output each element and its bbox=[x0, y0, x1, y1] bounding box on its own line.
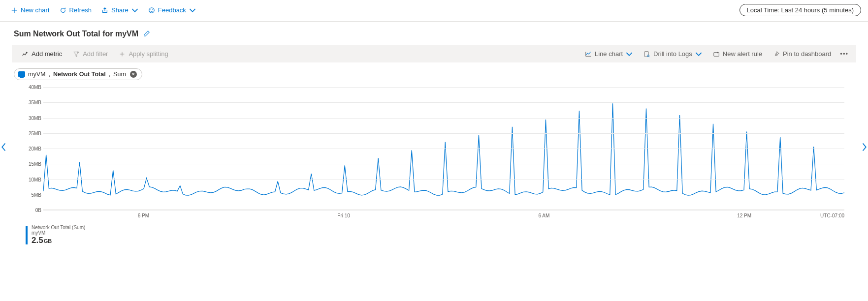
grid-line bbox=[43, 87, 844, 88]
pencil-icon bbox=[143, 30, 150, 37]
y-tick-label: 0B bbox=[35, 208, 41, 213]
refresh-icon bbox=[60, 7, 66, 14]
y-tick-label: 30MB bbox=[29, 115, 41, 120]
svg-point-1 bbox=[150, 9, 151, 10]
chart-type-label: Line chart bbox=[595, 50, 623, 58]
new-chart-button[interactable]: New chart bbox=[7, 4, 54, 16]
edit-title-button[interactable] bbox=[143, 30, 150, 38]
add-metric-button[interactable]: Add metric bbox=[18, 48, 66, 60]
y-tick-label: 40MB bbox=[29, 85, 41, 90]
grid-line bbox=[43, 133, 844, 134]
legend-metric-name: Network Out Total (Sum) bbox=[32, 225, 85, 230]
x-tick-label: 6 PM bbox=[138, 213, 149, 218]
share-button[interactable]: Share bbox=[97, 4, 142, 16]
split-icon bbox=[119, 51, 126, 58]
add-filter-button[interactable]: Add filter bbox=[69, 48, 112, 60]
metric-action-bar: Add metric Add filter Apply splitting Li… bbox=[12, 45, 856, 62]
chart-area: 40MB35MB30MB25MB20MB15MB10MB5MB0B UTC-07… bbox=[24, 87, 844, 220]
time-range-picker[interactable]: Local Time: Last 24 hours (5 minutes) bbox=[739, 4, 862, 16]
y-tick-label: 15MB bbox=[29, 161, 41, 167]
feedback-label: Feedback bbox=[158, 6, 186, 14]
x-tick-label: Fri 10 bbox=[337, 213, 350, 218]
chart-title: Sum Network Out Total for myVM bbox=[14, 30, 138, 38]
chart-type-button[interactable]: Line chart bbox=[581, 48, 637, 60]
chevron-right-icon bbox=[861, 142, 868, 152]
share-icon bbox=[101, 7, 108, 14]
legend-color-swatch bbox=[26, 226, 28, 244]
grid-line bbox=[43, 149, 844, 149]
next-chart-button[interactable] bbox=[858, 141, 868, 153]
prev-chart-button[interactable] bbox=[0, 141, 10, 153]
y-tick-label: 10MB bbox=[29, 177, 41, 182]
new-alert-label: New alert rule bbox=[723, 50, 762, 58]
pin-dashboard-label: Pin to dashboard bbox=[783, 50, 831, 58]
time-range-label: Local Time: Last 24 hours (5 minutes) bbox=[747, 6, 854, 14]
svg-point-2 bbox=[152, 9, 153, 10]
grid-line bbox=[43, 102, 844, 103]
pill-resource: myVM bbox=[28, 71, 45, 78]
plus-icon bbox=[11, 7, 18, 14]
y-tick-label: 5MB bbox=[31, 192, 41, 197]
chevron-down-icon bbox=[189, 7, 196, 14]
svg-rect-4 bbox=[644, 51, 648, 57]
utc-label: UTC-07:00 bbox=[820, 213, 844, 218]
line-chart-icon bbox=[585, 51, 592, 58]
pin-dashboard-button[interactable]: Pin to dashboard bbox=[769, 48, 835, 60]
svg-rect-6 bbox=[714, 52, 719, 56]
vm-icon bbox=[18, 71, 25, 77]
svg-point-3 bbox=[122, 53, 123, 54]
pill-agg: Sum bbox=[113, 71, 126, 78]
filter-icon bbox=[73, 51, 80, 58]
y-tick-label: 35MB bbox=[29, 100, 41, 105]
grid-line bbox=[43, 164, 844, 164]
svg-point-0 bbox=[149, 7, 155, 13]
add-metric-icon bbox=[22, 51, 29, 58]
chevron-left-icon bbox=[0, 142, 7, 152]
chevron-down-icon bbox=[626, 51, 633, 58]
remove-metric-button[interactable]: ✕ bbox=[130, 71, 137, 78]
add-metric-label: Add metric bbox=[32, 50, 62, 58]
grid-line bbox=[43, 118, 844, 119]
feedback-button[interactable]: Feedback bbox=[144, 4, 200, 16]
smiley-icon bbox=[148, 7, 155, 14]
add-filter-label: Add filter bbox=[83, 50, 108, 58]
new-alert-button[interactable]: New alert rule bbox=[709, 48, 766, 60]
legend-resource: myVM bbox=[32, 230, 85, 236]
refresh-label: Refresh bbox=[69, 6, 92, 14]
grid-line bbox=[43, 180, 844, 180]
legend-value: 2.5 bbox=[32, 236, 43, 245]
plot-area[interactable] bbox=[43, 87, 844, 210]
legend-item[interactable]: Network Out Total (Sum) myVM 2.5GB bbox=[26, 225, 856, 245]
new-chart-label: New chart bbox=[21, 6, 50, 14]
apply-splitting-label: Apply splitting bbox=[129, 50, 168, 58]
grid-line bbox=[43, 195, 844, 195]
x-tick-label: 6 AM bbox=[538, 213, 549, 218]
refresh-button[interactable]: Refresh bbox=[56, 4, 96, 16]
alert-icon bbox=[713, 51, 720, 58]
chevron-down-icon bbox=[695, 51, 702, 58]
more-actions-button[interactable]: ••• bbox=[838, 50, 850, 58]
chevron-down-icon bbox=[131, 7, 138, 14]
pill-metric: Network Out Total bbox=[53, 71, 106, 78]
x-tick-label: 12 PM bbox=[737, 213, 751, 218]
metric-pill[interactable]: myVM, Network Out Total, Sum ✕ bbox=[14, 68, 142, 80]
share-label: Share bbox=[111, 6, 129, 14]
drill-logs-label: Drill into Logs bbox=[653, 50, 692, 58]
apply-splitting-button[interactable]: Apply splitting bbox=[115, 48, 172, 60]
y-tick-label: 20MB bbox=[29, 146, 41, 151]
logs-icon bbox=[643, 51, 650, 58]
y-tick-label: 25MB bbox=[29, 130, 41, 136]
divider bbox=[0, 21, 868, 22]
pin-icon bbox=[773, 51, 780, 58]
drill-logs-button[interactable]: Drill into Logs bbox=[640, 48, 706, 60]
legend-unit: GB bbox=[44, 238, 52, 244]
